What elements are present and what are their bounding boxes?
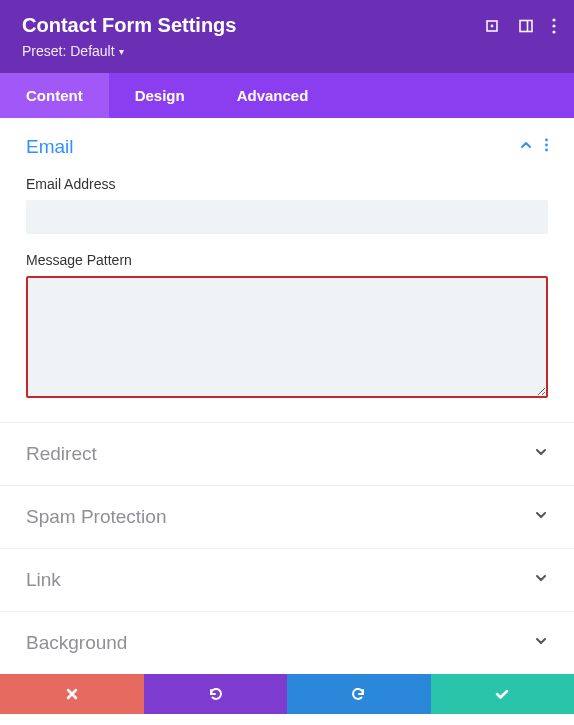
section-redirect-title: Redirect [26,443,97,465]
section-link-title: Link [26,569,61,591]
tab-advanced[interactable]: Advanced [211,73,335,118]
section-email: Email Email Address Message Pattern [0,118,574,423]
section-email-title: Email [26,136,74,158]
section-kebab-icon[interactable] [545,138,548,156]
section-redirect-header[interactable]: Redirect [26,443,548,465]
section-background-header[interactable]: Background [26,632,548,654]
section-background-title: Background [26,632,127,654]
settings-body: Email Email Address Message Pattern [0,118,574,674]
svg-point-5 [552,24,555,27]
section-background: Background [0,612,574,674]
chevron-down-icon [534,571,548,589]
settings-title: Contact Form Settings [22,14,236,37]
message-pattern-label: Message Pattern [26,252,548,268]
chevron-down-icon [534,445,548,463]
expand-icon[interactable] [484,18,500,34]
svg-point-6 [552,30,555,33]
svg-rect-2 [520,20,532,31]
section-spam-header[interactable]: Spam Protection [26,506,548,528]
save-button[interactable] [431,674,575,714]
tab-design[interactable]: Design [109,73,211,118]
svg-point-1 [491,24,494,27]
discard-button[interactable] [0,674,144,714]
settings-header: Contact Form Settings Preset: Default [0,0,574,73]
collapse-icon[interactable] [519,138,533,156]
chevron-down-icon [534,634,548,652]
settings-tabs: Content Design Advanced [0,73,574,118]
footer-actions [0,674,574,714]
message-pattern-input[interactable] [26,276,548,398]
field-message-pattern: Message Pattern [26,252,548,402]
kebab-menu-icon[interactable] [552,18,556,34]
field-email-address: Email Address [26,176,548,234]
preset-selector[interactable]: Preset: Default [22,43,556,59]
section-spam-title: Spam Protection [26,506,166,528]
tab-content[interactable]: Content [0,73,109,118]
section-spam-protection: Spam Protection [0,486,574,549]
chevron-down-icon [534,508,548,526]
redo-button[interactable] [287,674,431,714]
svg-point-4 [552,18,555,21]
section-link-header[interactable]: Link [26,569,548,591]
header-icons [484,18,556,34]
section-link: Link [0,549,574,612]
email-address-input[interactable] [26,200,548,234]
svg-point-9 [545,149,548,152]
svg-point-7 [545,139,548,142]
svg-point-8 [545,144,548,147]
section-email-header[interactable]: Email [26,136,548,158]
panel-icon[interactable] [518,18,534,34]
undo-button[interactable] [144,674,288,714]
email-address-label: Email Address [26,176,548,192]
section-redirect: Redirect [0,423,574,486]
